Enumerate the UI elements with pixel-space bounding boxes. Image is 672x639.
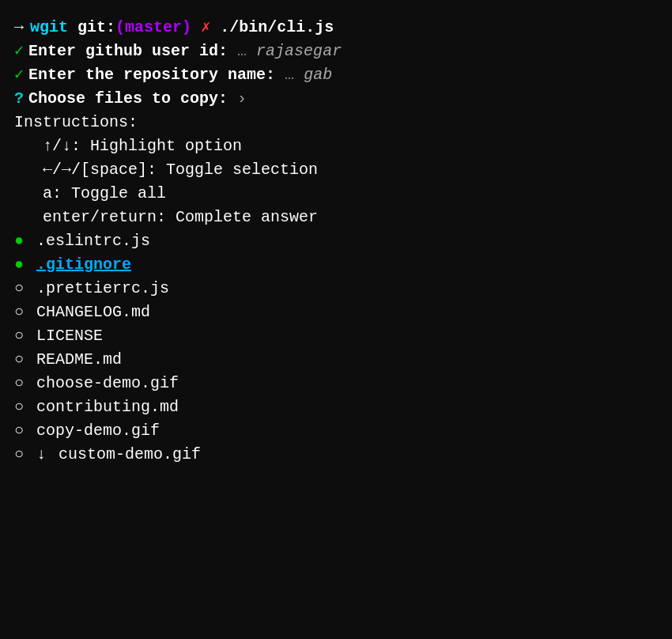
prompt-branch-name: master <box>125 16 182 40</box>
list-item[interactable]: ○.prettierrc.js <box>14 277 658 301</box>
radio-unselected-icon: ○ <box>14 324 30 348</box>
radio-unselected-icon: ○ <box>14 301 30 324</box>
prompt-git-word: git: <box>77 16 115 40</box>
scroll-down-icon: ↓ <box>36 443 55 467</box>
prompt-command-text: ./bin/cli.js <box>220 16 334 40</box>
instruction-desc-4: Complete answer <box>166 206 318 229</box>
instructions-header-text: Instructions: <box>14 111 138 134</box>
repo-name-label: Enter the repository name: <box>28 63 275 87</box>
check-icon-1: ✓ <box>14 40 24 63</box>
instruction-desc-1: Highlight option <box>81 134 242 158</box>
prompt-space <box>191 16 201 40</box>
file-name[interactable]: README.md <box>36 348 122 372</box>
instruction-key-1: ↑/↓: <box>43 134 81 158</box>
check-icon-2: ✓ <box>14 63 24 87</box>
instructions-header-line: Instructions: <box>14 111 658 134</box>
radio-unselected-icon: ○ <box>14 419 30 443</box>
list-item[interactable]: ○contributing.md <box>14 395 658 419</box>
github-user-line: ✓ Enter github user id: … rajasegar <box>14 40 658 63</box>
github-user-answer: rajasegar <box>247 40 342 63</box>
file-name[interactable]: contributing.md <box>36 395 179 419</box>
list-item[interactable]: ●.eslintrc.js <box>14 229 658 253</box>
instruction-4: enter/return: Complete answer <box>14 206 658 229</box>
file-name[interactable]: LICENSE <box>36 324 103 348</box>
instruction-3: a: Toggle all <box>14 182 658 206</box>
file-name[interactable]: .eslintrc.js <box>36 229 150 253</box>
question-icon: ? <box>14 87 24 111</box>
choose-files-line: ? Choose files to copy: › <box>14 87 658 111</box>
list-item[interactable]: ○LICENSE <box>14 324 658 348</box>
list-item[interactable]: ○README.md <box>14 348 658 372</box>
file-name[interactable]: custom-demo.gif <box>59 443 201 467</box>
instruction-desc-3: Toggle all <box>62 182 166 206</box>
list-item[interactable]: ○copy-demo.gif <box>14 419 658 443</box>
instruction-1: ↑/↓: Highlight option <box>14 134 658 158</box>
instruction-key-2: ←/→/[space]: <box>43 158 157 182</box>
prompt-arrow-icon: → <box>14 16 24 40</box>
terminal-window: → wgit git: ( master ) ✗ ./bin/cli.js ✓ … <box>14 16 658 467</box>
repo-name-line: ✓ Enter the repository name: … gab <box>14 63 658 87</box>
github-user-label: Enter github user id: <box>28 40 228 63</box>
radio-unselected-icon: ○ <box>14 277 30 301</box>
file-name[interactable]: .prettierrc.js <box>36 277 169 301</box>
prompt-line: → wgit git: ( master ) ✗ ./bin/cli.js <box>14 16 658 40</box>
prompt-wgit: wgit <box>30 16 68 40</box>
list-item[interactable]: ○choose-demo.gif <box>14 372 658 395</box>
radio-unselected-icon: ○ <box>14 372 30 395</box>
prompt-command <box>210 16 220 40</box>
file-name[interactable]: .gitignore <box>36 253 131 277</box>
ellipsis-1: … <box>228 40 247 63</box>
instruction-2: ←/→/[space]: Toggle selection <box>14 158 658 182</box>
file-list[interactable]: ●.eslintrc.js●.gitignore○.prettierrc.js○… <box>14 229 658 467</box>
prompt-x-icon: ✗ <box>201 16 210 40</box>
prompt-branch-open: ( <box>115 16 125 40</box>
prompt-branch-close: ) <box>182 16 191 40</box>
instruction-key-4: enter/return: <box>43 206 166 229</box>
prompt-git-label <box>68 16 77 40</box>
file-name[interactable]: CHANGELOG.md <box>36 301 150 324</box>
instruction-key-3: a: <box>43 182 62 206</box>
file-name[interactable]: choose-demo.gif <box>36 372 179 395</box>
radio-unselected-icon: ○ <box>14 348 30 372</box>
ellipsis-2: … <box>275 63 294 87</box>
list-item[interactable]: ●.gitignore <box>14 253 658 277</box>
radio-unselected-icon: ○ <box>14 443 30 467</box>
radio-unselected-icon: ○ <box>14 395 30 419</box>
file-name[interactable]: copy-demo.gif <box>36 419 160 443</box>
instruction-desc-2: Toggle selection <box>157 158 318 182</box>
list-item[interactable]: ○CHANGELOG.md <box>14 301 658 324</box>
radio-selected-icon: ● <box>14 229 30 253</box>
radio-selected-icon: ● <box>14 253 30 277</box>
chevron-icon: › <box>228 87 247 111</box>
list-item[interactable]: ○↓ custom-demo.gif <box>14 443 658 467</box>
choose-files-label: Choose files to copy: <box>28 87 228 111</box>
repo-name-answer: gab <box>294 63 332 87</box>
